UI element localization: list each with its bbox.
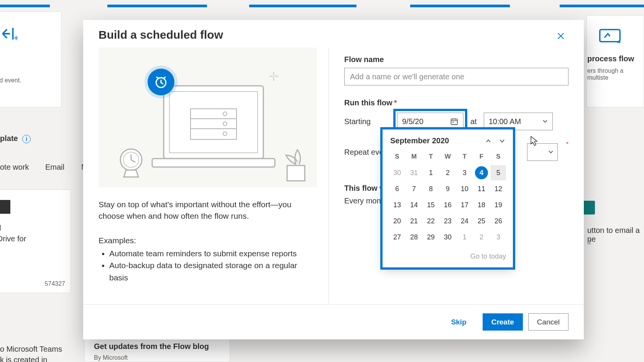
run-flow-label: Run this flow*: [344, 98, 568, 107]
datepicker-day[interactable]: 21: [406, 213, 422, 229]
flow-name-input[interactable]: [344, 68, 568, 85]
start-date-value: 9/5/20: [402, 117, 424, 126]
datepicker-day[interactable]: 19: [491, 197, 506, 213]
calendar-icon: [450, 117, 458, 126]
close-button[interactable]: [553, 28, 568, 44]
datepicker-day[interactable]: 20: [389, 213, 405, 229]
datepicker-day[interactable]: 1: [423, 165, 439, 180]
cursor-icon: [530, 136, 538, 148]
dialog-title: Build a scheduled flow: [99, 28, 223, 41]
bg-button-card: utton to email a ne: [587, 226, 644, 244]
datepicker-day[interactable]: 15: [423, 197, 439, 213]
datepicker-day[interactable]: 10: [457, 181, 472, 197]
datepicker-day[interactable]: 3: [491, 229, 506, 245]
datepicker-day[interactable]: 11: [474, 181, 489, 197]
at-label: at: [470, 117, 477, 126]
svg-rect-11: [152, 159, 275, 167]
create-button[interactable]: Create: [483, 313, 523, 331]
datepicker-day[interactable]: 12: [491, 181, 506, 197]
bg-card-count: 574327: [45, 280, 65, 287]
skip-button[interactable]: Skip: [440, 313, 477, 331]
datepicker-day[interactable]: 24: [457, 213, 472, 229]
datepicker-day[interactable]: 25: [474, 213, 489, 229]
datepicker-day[interactable]: 17: [457, 197, 472, 213]
datepicker-day[interactable]: 6: [389, 181, 405, 197]
flow-name-label: Flow name: [344, 55, 568, 64]
datepicker-dow: W: [440, 149, 455, 164]
datepicker-day[interactable]: 30: [440, 229, 455, 245]
datepicker-day[interactable]: 7: [406, 181, 422, 197]
bg-button-by: ft: [587, 239, 591, 246]
start-time-value: 10:00 AM: [489, 117, 521, 126]
datepicker-day[interactable]: 2: [474, 229, 489, 245]
bg-process-sub: ers through a multiste: [587, 67, 644, 81]
bg-blog-title: Get updates from the Flow blog: [94, 342, 209, 351]
examples-list: Automate team reminders to submit expens…: [99, 247, 317, 284]
svg-text:+: +: [617, 37, 621, 44]
datepicker-day[interactable]: 31: [406, 165, 422, 180]
start-date-input[interactable]: 9/5/20: [397, 113, 463, 130]
bg-teams-l2: k is created in: [0, 355, 47, 362]
bg-process-title: process flow: [587, 54, 634, 63]
svg-rect-14: [287, 165, 305, 181]
datepicker-day[interactable]: 8: [423, 181, 439, 197]
datepicker-day[interactable]: 13: [389, 197, 405, 213]
start-time-select[interactable]: 10:00 AM: [484, 113, 553, 130]
datepicker-day[interactable]: 3: [457, 165, 472, 180]
date-picker: September 2020 SMTWTFS303112345678910111…: [383, 129, 513, 267]
bg-tag-notes[interactable]: ote work: [0, 163, 29, 172]
bg-card-email-l1: email: [0, 224, 1, 233]
go-to-today-link[interactable]: Go to today: [389, 252, 506, 260]
datepicker-day[interactable]: 1: [457, 229, 472, 245]
scheduled-flow-dialog: Build a scheduled flow: [83, 20, 584, 339]
next-month-icon[interactable]: [499, 138, 505, 144]
svg-rect-4: [169, 92, 258, 153]
bg-template-label: plate i: [0, 134, 31, 143]
bg-tag-email[interactable]: Email: [45, 163, 64, 172]
example-item: Auto-backup data to designated storage o…: [109, 259, 317, 283]
close-icon: [557, 32, 565, 40]
datepicker-month[interactable]: September 2020: [390, 136, 449, 145]
datepicker-dow: M: [406, 149, 422, 164]
datepicker-dow: S: [491, 149, 506, 164]
chevron-down-icon: [548, 149, 554, 155]
dialog-intro: Stay on top of what's important without …: [99, 199, 317, 222]
example-item: Automate team reminders to submit expens…: [109, 247, 317, 260]
schedule-illustration: [99, 48, 317, 187]
bg-card-email-l2: OneDrive for: [0, 234, 26, 243]
datepicker-day[interactable]: 30: [389, 165, 405, 180]
svg-rect-16: [451, 119, 458, 125]
datepicker-day[interactable]: 18: [474, 197, 489, 213]
datepicker-day[interactable]: 22: [423, 213, 439, 229]
datepicker-dow: F: [474, 149, 489, 164]
starting-label: Starting: [344, 117, 390, 126]
datepicker-day[interactable]: 28: [406, 229, 422, 245]
datepicker-day[interactable]: 27: [389, 229, 405, 245]
datepicker-day[interactable]: 2: [440, 165, 455, 180]
cancel-button[interactable]: Cancel: [528, 313, 568, 331]
prev-month-icon[interactable]: [485, 138, 491, 144]
examples-title: Examples:: [99, 236, 317, 245]
info-icon[interactable]: i: [22, 135, 31, 143]
datepicker-day[interactable]: 16: [440, 197, 455, 213]
bg-event-text: ignated event.: [0, 77, 21, 84]
datepicker-dow: T: [423, 149, 439, 164]
datepicker-day[interactable]: 14: [406, 197, 422, 213]
datepicker-day[interactable]: 26: [491, 213, 506, 229]
datepicker-day[interactable]: 9: [440, 181, 455, 197]
svg-text:+: +: [14, 33, 18, 43]
chevron-down-icon: [542, 119, 548, 124]
datepicker-day[interactable]: 29: [423, 229, 439, 245]
alarm-clock-icon: [148, 69, 174, 95]
datepicker-day[interactable]: 23: [440, 213, 455, 229]
datepicker-day[interactable]: 4: [475, 166, 488, 179]
bg-blog-by: By Microsoft: [94, 354, 128, 361]
datepicker-dow: T: [457, 149, 472, 164]
svg-rect-17: [452, 122, 453, 123]
bg-teams-l1: o Microsoft Teams: [0, 345, 62, 354]
datepicker-day[interactable]: 5: [491, 165, 506, 180]
datepicker-dow: S: [389, 149, 405, 164]
